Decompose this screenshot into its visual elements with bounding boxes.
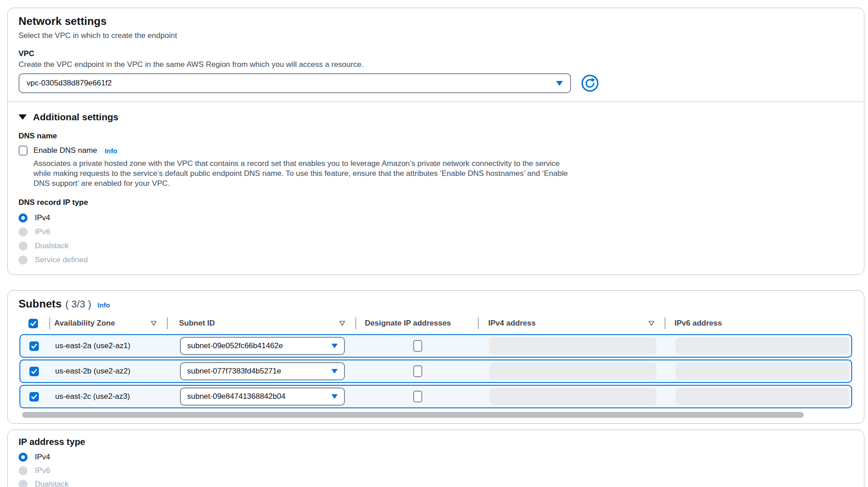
- radio-dns-ipv6-label: IPv6: [35, 227, 50, 236]
- row-select-checkbox[interactable]: [29, 392, 39, 402]
- scrollbar-thumb[interactable]: [22, 412, 804, 418]
- network-settings-card: Network settings Select the VPC in which…: [7, 8, 864, 275]
- radio-dns-dualstack: [19, 241, 28, 251]
- vpc-select[interactable]: vpc-0305d38d879e661f2: [19, 73, 571, 93]
- dns-record-ip-type-radio-group: IPv4 IPv6 Dualstack Service defined: [19, 213, 853, 265]
- dns-name-label: DNS name: [19, 131, 853, 141]
- ipv4-address-field: [489, 363, 656, 380]
- dns-record-ip-type-label: DNS record IP type: [19, 198, 853, 208]
- subnet-row: us-east-2a (use2-az1) subnet-09e052fc66b…: [19, 334, 852, 358]
- column-header-ipv4-address[interactable]: IPv4 address: [478, 314, 665, 332]
- dns-name-info-link[interactable]: Info: [105, 147, 118, 155]
- column-header-designate-ip: Designate IP addresses: [355, 314, 478, 332]
- additional-settings-toggle[interactable]: Additional settings: [19, 111, 853, 123]
- designate-ip-checkbox[interactable]: [413, 391, 422, 402]
- select-all-checkbox[interactable]: [28, 319, 38, 328]
- radio-dns-ipv4[interactable]: [19, 213, 28, 222]
- subnet-id-select[interactable]: subnet-077f7383fd4b5271e: [180, 362, 345, 380]
- radio-dns-ipv4-label: IPv4: [35, 213, 50, 222]
- radio-dns-service-defined: [19, 255, 28, 265]
- subnets-table: Availability Zone Subnet ID Designate IP…: [8, 314, 864, 408]
- enable-dns-name-checkbox[interactable]: [19, 146, 28, 156]
- radio-dns-service-defined-label: Service defined: [35, 255, 88, 265]
- radio-dns-dualstack-label: Dualstack: [35, 241, 69, 251]
- refresh-icon: [580, 74, 599, 93]
- radio-ip-ipv4[interactable]: [19, 453, 28, 462]
- availability-zone-cell: us-east-2a (use2-az1): [50, 341, 168, 350]
- availability-zone-cell: us-east-2b (use2-az2): [50, 367, 168, 376]
- subnets-card: Subnets ( 3/3 ) Info Availability Zone S…: [7, 290, 864, 424]
- column-header-ipv6-address: IPv6 address: [665, 314, 852, 332]
- subnet-id-select[interactable]: subnet-09e84741368842b04: [180, 388, 345, 406]
- radio-ip-ipv4-label: IPv4: [35, 452, 50, 462]
- ipv4-address-field: [489, 388, 656, 405]
- caret-down-icon: [556, 81, 563, 86]
- ip-address-type-label: IP address type: [19, 436, 853, 447]
- sort-icon: [151, 321, 157, 326]
- radio-ip-dualstack: [19, 480, 28, 487]
- subnets-title: Subnets: [19, 297, 61, 311]
- row-select-checkbox[interactable]: [29, 367, 39, 376]
- horizontal-scrollbar[interactable]: [19, 412, 859, 418]
- ipv6-address-field: [675, 363, 849, 380]
- designate-ip-checkbox[interactable]: [413, 365, 422, 377]
- vpc-label: VPC: [19, 49, 853, 59]
- sort-icon: [648, 321, 655, 326]
- subnet-row: us-east-2c (use2-az3) subnet-09e84741368…: [19, 385, 852, 408]
- radio-ip-ipv6: [19, 466, 28, 475]
- ipv6-address-field: [675, 388, 849, 405]
- subnet-id-select[interactable]: subnet-09e052fc66b41462e: [180, 337, 345, 355]
- caret-down-icon: [331, 344, 338, 348]
- dns-name-description: Associates a private hosted zone with th…: [33, 159, 576, 189]
- sort-icon: [339, 321, 345, 326]
- expanded-caret-icon: [19, 114, 27, 120]
- radio-ip-dualstack-label: Dualstack: [35, 479, 69, 487]
- subnets-count: ( 3/3 ): [65, 298, 91, 310]
- caret-down-icon: [331, 394, 338, 399]
- subnets-table-header: Availability Zone Subnet ID Designate IP…: [19, 314, 852, 332]
- ipv4-address-field: [489, 337, 656, 355]
- vpc-endpoint-network-settings-page: Network settings Select the VPC in which…: [0, 0, 868, 487]
- column-header-availability-zone[interactable]: Availability Zone: [49, 314, 167, 332]
- radio-ip-ipv6-label: IPv6: [35, 466, 50, 475]
- network-settings-title: Network settings: [19, 14, 853, 28]
- enable-dns-name-label: Enable DNS name: [33, 146, 97, 156]
- vpc-description: Create the VPC endpoint in the VPC in th…: [19, 60, 853, 70]
- ipv6-address-field: [675, 337, 849, 355]
- designate-ip-checkbox[interactable]: [413, 340, 422, 352]
- ip-address-type-card: IP address type IPv4 IPv6 Dualstack: [7, 430, 864, 487]
- ip-address-type-radio-group: IPv4 IPv6 Dualstack: [19, 452, 853, 487]
- radio-dns-ipv6: [19, 227, 28, 236]
- column-header-subnet-id[interactable]: Subnet ID: [167, 314, 355, 332]
- vpc-select-value: vpc-0305d38d879e661f2: [27, 79, 112, 88]
- additional-settings-title: Additional settings: [33, 111, 118, 123]
- network-settings-subtitle: Select the VPC in which to create the en…: [19, 31, 853, 41]
- subnets-info-link[interactable]: Info: [98, 301, 110, 309]
- availability-zone-cell: us-east-2c (use2-az3): [50, 392, 168, 401]
- subnet-row: us-east-2b (use2-az2) subnet-077f7383fd4…: [19, 359, 852, 383]
- row-select-checkbox[interactable]: [29, 341, 39, 351]
- refresh-button[interactable]: [580, 74, 599, 93]
- caret-down-icon: [331, 369, 338, 374]
